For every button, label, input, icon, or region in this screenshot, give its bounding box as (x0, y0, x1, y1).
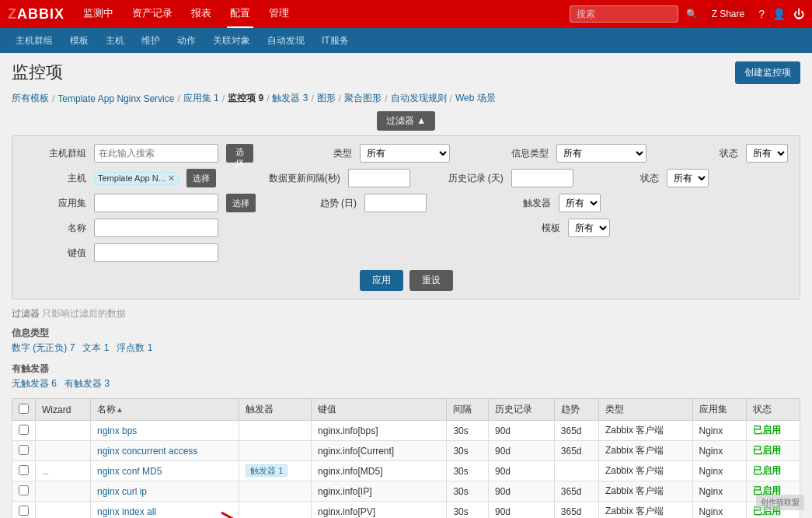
row-interval: 30s (447, 481, 489, 502)
row-cb (12, 441, 36, 461)
host-tag-close[interactable]: ✕ (168, 173, 175, 184)
trigger-select[interactable]: 所有 (559, 194, 601, 212)
row-checkbox[interactable] (19, 485, 29, 495)
subnav-actions[interactable]: 动作 (169, 30, 204, 52)
create-monitor-button[interactable]: 创建监控项 (735, 61, 800, 84)
help-icon[interactable]: ? (758, 8, 765, 20)
trend-input[interactable] (364, 194, 427, 212)
status1-select[interactable]: 所有 (746, 144, 788, 163)
info-type-select[interactable]: 所有 (556, 144, 646, 163)
history-label: 历史记录 (天) (441, 172, 504, 185)
status-badge: 已启用 (753, 445, 781, 456)
apply-button[interactable]: 应用 (360, 270, 403, 291)
table-row: nginx curl ip nginx.info[IP] 30s 90d 365… (12, 481, 800, 502)
row-trigger (239, 481, 312, 502)
appset-input[interactable] (94, 194, 218, 212)
filter-summary: 过滤器 只影响过滤后的数据 (12, 307, 800, 320)
no-trigger-link[interactable]: 无触发器 6 (12, 378, 57, 389)
nav-reports[interactable]: 报表 (188, 0, 214, 28)
share-button[interactable]: Z Share (706, 6, 751, 22)
subnav-it-services[interactable]: IT服务 (314, 30, 357, 52)
select-all-checkbox[interactable] (19, 404, 29, 414)
search-icon[interactable]: 🔍 (686, 9, 698, 19)
col-cb (12, 399, 36, 421)
breadcrumb-triggers[interactable]: 触发器 3 (272, 92, 308, 105)
row-history: 90d (488, 461, 554, 481)
status1-label: 状态 (676, 147, 738, 160)
name-input[interactable] (94, 219, 218, 237)
subnav-host-groups[interactable]: 主机群组 (8, 30, 61, 52)
type-label: 类型 (290, 147, 352, 160)
filter-row-5: 键值 (24, 243, 788, 262)
row-checkbox[interactable] (19, 465, 29, 475)
row-appset: Nginx (692, 502, 746, 519)
nav-monitoring[interactable]: 监测中 (80, 0, 117, 28)
row-interval: 30s (447, 502, 489, 519)
info-type-section: 信息类型 数字 (无正负) 7 文本 1 浮点数 1 (12, 327, 800, 355)
info-stat-numeric-link[interactable]: 数字 (无正负) 7 (12, 342, 75, 353)
breadcrumb-template-nginx[interactable]: Template App Nginx Service (58, 93, 174, 104)
trigger-badge[interactable]: 触发器 1 (246, 464, 288, 477)
history-input[interactable] (511, 169, 573, 187)
breadcrumb-appset[interactable]: 应用集 1 (183, 92, 219, 105)
filter-actions: 应用 重设 (24, 270, 788, 291)
type-select[interactable]: 所有 (360, 144, 450, 163)
appset-select-btn[interactable]: 选择 (226, 194, 256, 212)
nav-admin[interactable]: 管理 (266, 0, 292, 28)
key-label: 键值 (24, 247, 86, 260)
subnav-templates[interactable]: 模板 (62, 30, 96, 52)
breadcrumb-all-templates[interactable]: 所有模板 (12, 92, 49, 105)
info-type-label: 信息类型 (486, 147, 549, 160)
row-checkbox[interactable] (19, 425, 29, 435)
row-cb (12, 502, 36, 519)
row-checkbox[interactable] (19, 445, 29, 455)
nav-assets[interactable]: 资产记录 (129, 0, 176, 28)
power-icon[interactable]: ⏻ (793, 8, 804, 20)
row-name-link[interactable]: nginx index all (97, 506, 156, 517)
reset-button[interactable]: 重设 (409, 270, 453, 291)
info-stat-text-link[interactable]: 文本 1 (82, 342, 109, 353)
subnav-maintenance[interactable]: 维护 (134, 30, 168, 52)
row-appset: Nginx (692, 481, 746, 502)
top-nav: ZABBIX 监测中 资产记录 报表 配置 管理 🔍 Z Share ? 👤 ⏻ (0, 0, 812, 28)
search-input[interactable] (570, 5, 678, 23)
trigger-label: 触发器 (489, 197, 551, 210)
breadcrumb-autodiscovery-rules[interactable]: 自动发现规则 (391, 92, 447, 105)
user-icon[interactable]: 👤 (772, 8, 786, 20)
breadcrumb-aggregate[interactable]: 聚合图形 (344, 92, 382, 105)
row-trigger (239, 441, 312, 461)
history-state-select[interactable]: 所有 (667, 169, 709, 187)
info-stat-float-link[interactable]: 浮点数 1 (117, 342, 152, 353)
breadcrumb-web-scenarios[interactable]: Web 场景 (455, 92, 496, 105)
has-trigger-link[interactable]: 有触发器 3 (64, 378, 110, 389)
update-interval-label: 数据更新间隔(秒) (247, 172, 340, 185)
info-stat-numeric: 数字 (无正负) 7 (12, 341, 75, 355)
filter-toggle-button[interactable]: 过滤器 ▲ (377, 111, 435, 131)
breadcrumb-monitors[interactable]: 监控项 9 (228, 92, 263, 105)
row-trend: 365d (554, 421, 598, 441)
template-select[interactable]: 所有 (568, 219, 610, 237)
subnav-hosts[interactable]: 主机 (98, 30, 132, 52)
subnav-related[interactable]: 关联对象 (205, 30, 258, 52)
row-interval: 30s (447, 441, 489, 461)
nav-config[interactable]: 配置 (227, 0, 253, 28)
row-name-link[interactable]: nginx concurrent access (97, 446, 197, 457)
row-name-link[interactable]: nginx curl ip (97, 486, 147, 497)
row-status: 已启用 (746, 441, 800, 461)
col-name[interactable]: 名称▲ (90, 399, 239, 421)
col-key: 键值 (312, 399, 447, 421)
table-header-row: Wizard 名称▲ 触发器 键值 间隔 历史记录 趋势 类型 应用集 状态 (12, 399, 800, 421)
status-badge: 已启用 (753, 465, 781, 476)
key-input[interactable] (94, 243, 218, 262)
info-stat-text: 文本 1 (82, 341, 109, 355)
row-checkbox[interactable] (19, 506, 29, 516)
subnav-autodiscovery[interactable]: 自动发现 (260, 30, 312, 52)
host-group-input[interactable] (94, 144, 218, 163)
breadcrumb-graph[interactable]: 图形 (317, 92, 336, 105)
host-group-select-btn[interactable]: 选择 (226, 144, 253, 163)
row-name-link[interactable]: nginx bps (97, 425, 137, 436)
trend-label: 趋势 (日) (294, 197, 357, 210)
update-interval-input[interactable] (348, 169, 410, 187)
host-select-btn[interactable]: 选择 (186, 169, 216, 187)
row-name-link[interactable]: nginx conf MD5 (97, 466, 162, 477)
